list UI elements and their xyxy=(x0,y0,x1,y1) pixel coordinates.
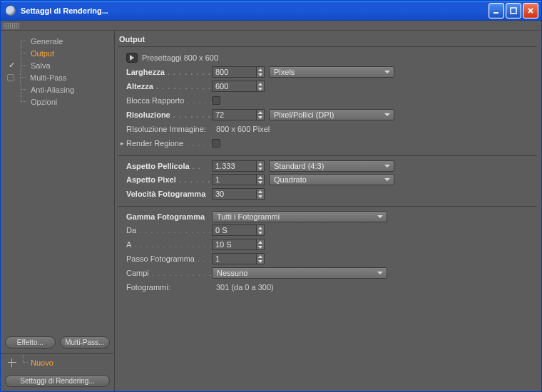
sidebar-item-multipass[interactable]: Multi-Pass xyxy=(4,71,111,83)
fields-label: Campi xyxy=(126,269,149,277)
resolution-unit-select[interactable]: Pixel/Pollici (DPI) xyxy=(269,109,394,120)
fps-field[interactable]: 30 xyxy=(212,188,265,200)
sidebar-item-opzioni[interactable]: Opzioni xyxy=(4,96,111,108)
spinner-icon[interactable] xyxy=(256,109,265,120)
width-field[interactable]: 800 xyxy=(212,66,265,78)
renderregion-checkbox[interactable] xyxy=(212,139,220,148)
fps-value[interactable]: 30 xyxy=(212,188,256,200)
sidebar-item-antialiasing[interactable]: Anti-Aliasing xyxy=(4,83,111,96)
new-label: Nuovo xyxy=(31,359,53,367)
settings-panel: Output Presettaggi 800 x 600 Larghezza .… xyxy=(115,31,541,391)
step-field[interactable]: 1 xyxy=(212,253,265,264)
titlebar[interactable]: Settaggi di Rendering... xyxy=(1,1,541,21)
tree-branch-icon xyxy=(21,358,29,368)
height-value[interactable]: 600 xyxy=(212,81,256,92)
preset-play-icon[interactable] xyxy=(126,53,138,63)
sidebar-item-label: Multi-Pass xyxy=(29,73,66,82)
preset-label: Presettaggi 800 x 600 xyxy=(142,53,218,62)
expand-icon[interactable]: ▸ xyxy=(118,140,126,147)
height-label: Altezza xyxy=(126,82,153,91)
render-settings-button[interactable]: Settaggi di Rendering... xyxy=(5,375,110,387)
width-value[interactable]: 800 xyxy=(212,66,256,78)
to-field[interactable]: 10 S xyxy=(212,239,265,250)
window-title: Settaggi di Rendering... xyxy=(21,6,108,15)
check-icon[interactable]: ✓ xyxy=(6,61,16,70)
spinner-icon[interactable] xyxy=(256,81,265,92)
target-icon xyxy=(8,359,16,367)
maximize-button[interactable] xyxy=(506,3,521,19)
renderregion-label: Render Regione xyxy=(126,139,183,148)
sidebar-item-label: Anti-Aliasing xyxy=(29,86,74,94)
new-preset-row[interactable]: Nuovo xyxy=(1,356,114,372)
svg-rect-1 xyxy=(511,8,516,14)
resolution-label: Risoluzione xyxy=(126,110,170,119)
sidebar-item-generale[interactable]: Generale xyxy=(4,35,111,47)
sidebar-item-label: Generale xyxy=(29,37,63,46)
spinner-icon[interactable] xyxy=(256,253,265,264)
fields-select[interactable]: Nessuno xyxy=(212,267,387,279)
spinner-icon[interactable] xyxy=(256,239,265,250)
toolbar-grip[interactable] xyxy=(1,21,541,31)
effect-button[interactable]: Effetto... xyxy=(5,336,56,349)
from-label: Da xyxy=(126,226,136,234)
filmaspect-select[interactable]: Standard (4:3) xyxy=(269,160,394,172)
resolution-value[interactable]: 72 xyxy=(212,109,256,120)
svg-rect-0 xyxy=(494,12,498,14)
filmaspect-field[interactable]: 1.333 xyxy=(212,160,265,172)
close-button[interactable] xyxy=(523,3,538,19)
sidebar-item-label: Output xyxy=(29,49,54,58)
render-settings-window: Settaggi di Rendering... Generale Output xyxy=(0,0,542,392)
spinner-icon[interactable] xyxy=(256,160,265,172)
spinner-icon[interactable] xyxy=(256,66,265,78)
filmaspect-value[interactable]: 1.333 xyxy=(212,160,256,172)
frames-value: 301 (da 0 a 300) xyxy=(216,283,274,292)
lockratio-checkbox[interactable] xyxy=(212,96,220,105)
sidebar-item-label: Opzioni xyxy=(29,98,57,106)
imgres-label: RIsoluzione Immagine: xyxy=(126,125,206,133)
frames-label: Fotogrammi: xyxy=(126,283,170,292)
width-unit-select[interactable]: Pixels xyxy=(269,66,394,78)
imgres-value: 800 x 600 Pixel xyxy=(216,125,270,133)
fps-label: Velocità Fotogramma xyxy=(126,190,205,198)
spinner-icon[interactable] xyxy=(256,174,265,185)
pixaspect-select[interactable]: Quadrato xyxy=(269,174,394,185)
sidebar-item-output[interactable]: Output xyxy=(4,47,111,59)
multipass-button[interactable]: Multi-Pass... xyxy=(60,336,111,349)
panel-title: Output xyxy=(118,33,537,47)
sidebar-item-label: Salva xyxy=(29,61,51,70)
pixaspect-label: Aspetto Pixel xyxy=(126,175,176,184)
check-icon[interactable] xyxy=(7,74,14,81)
minimize-button[interactable] xyxy=(489,3,504,19)
resolution-field[interactable]: 72 xyxy=(212,109,265,120)
pixaspect-value[interactable]: 1 xyxy=(212,174,256,185)
to-value[interactable]: 10 S xyxy=(212,239,256,250)
pixaspect-field[interactable]: 1 xyxy=(212,174,265,185)
spinner-icon[interactable] xyxy=(256,188,265,200)
app-icon xyxy=(5,5,16,16)
framerange-label: Gamma Fotogramma xyxy=(126,212,205,221)
sidebar: Generale Output ✓ Salva Multi-Pass Anti-… xyxy=(1,31,115,391)
sidebar-item-salva[interactable]: ✓ Salva xyxy=(4,59,111,71)
width-label: Larghezza xyxy=(126,68,165,76)
spinner-icon[interactable] xyxy=(256,225,265,236)
filmaspect-label: Aspetto Pellicola xyxy=(126,162,190,170)
lockratio-label: Blocca Rapporto xyxy=(126,96,184,105)
step-label: Passo Fotogramma xyxy=(126,254,195,263)
from-field[interactable]: 0 S xyxy=(212,225,265,236)
height-field[interactable]: 600 xyxy=(212,81,265,92)
step-value[interactable]: 1 xyxy=(212,253,256,264)
from-value[interactable]: 0 S xyxy=(212,225,256,236)
framerange-select[interactable]: Tutti i Fotogrammi xyxy=(212,211,387,222)
settings-tree: Generale Output ✓ Salva Multi-Pass Anti-… xyxy=(1,31,114,334)
